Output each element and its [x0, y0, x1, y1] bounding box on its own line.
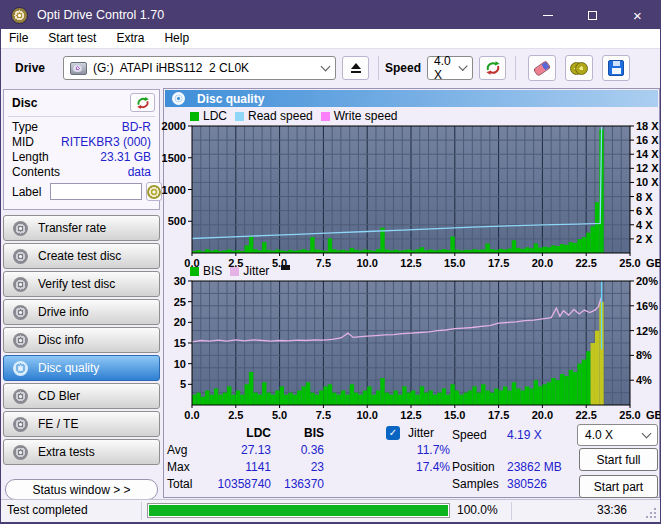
svg-text:2.5: 2.5	[228, 409, 243, 421]
menu-start-test[interactable]: Start test	[40, 30, 104, 47]
maximize-icon	[588, 11, 597, 20]
disc-panel-title: Disc	[12, 96, 37, 110]
sidebar-item-create-test-disc[interactable]: Create test disc	[3, 243, 160, 269]
bar-LDC	[542, 247, 546, 253]
svg-text:7.5: 7.5	[316, 257, 331, 269]
eject-icon	[350, 63, 362, 73]
svg-text:15.0: 15.0	[444, 257, 465, 269]
svg-text:25.0: 25.0	[619, 409, 640, 421]
status-text: Test completed	[7, 503, 88, 517]
disc-label-button[interactable]	[146, 182, 162, 201]
search-disc-button[interactable]	[565, 55, 593, 81]
close-button[interactable]: ×	[615, 1, 660, 29]
eraser-icon	[533, 60, 551, 77]
bar-BIS	[415, 395, 419, 405]
svg-text:18 X: 18 X	[636, 120, 659, 132]
menu-file[interactable]: File	[9, 30, 36, 47]
menu-help[interactable]: Help	[156, 30, 197, 47]
max-bis-value: 23	[272, 460, 324, 474]
refresh-button[interactable]	[479, 56, 506, 80]
sidebar-item-transfer-rate[interactable]: Transfer rate	[3, 215, 160, 241]
bar-BIS	[411, 391, 415, 405]
menu-extra[interactable]: Extra	[108, 30, 152, 47]
test-speed-select[interactable]: 4.0 X	[577, 424, 658, 446]
sidebar-item-fe-te[interactable]: FE / TE	[3, 411, 160, 437]
svg-text:10.0: 10.0	[356, 409, 377, 421]
svg-text:12.5: 12.5	[400, 257, 421, 269]
bar-BIS	[284, 395, 288, 405]
bar-BIS	[310, 393, 314, 405]
bar-BIS	[525, 386, 529, 405]
bar-BIS	[529, 388, 533, 405]
chart2-legend: BIS Jitter	[190, 265, 290, 277]
disc-icon	[172, 92, 185, 105]
sidebar-item-verify-test-disc[interactable]: Verify test disc	[3, 271, 160, 297]
disc-quality-panel: Disc quality LDC Read speed Write speed …	[163, 88, 660, 498]
chevron-down-icon	[321, 61, 331, 71]
bar-BIS	[446, 395, 450, 405]
disc-icon	[13, 277, 28, 292]
bar-BIS	[477, 393, 481, 405]
eject-button[interactable]	[342, 56, 369, 80]
erase-button[interactable]	[528, 55, 556, 81]
bar-BIS	[205, 391, 209, 405]
bar-LDC	[490, 249, 494, 253]
svg-text:6 X: 6 X	[636, 205, 653, 217]
svg-text:20: 20	[174, 316, 186, 328]
menu-bar: File Start test Extra Help	[1, 29, 660, 48]
bis-column-header: BIS	[272, 426, 324, 440]
ldc-column-header: LDC	[219, 426, 271, 440]
disc-label-input[interactable]	[50, 183, 142, 200]
bar-LDC	[573, 243, 577, 253]
disc-refresh-button[interactable]	[130, 93, 155, 112]
disc-contents-value[interactable]: data	[128, 165, 151, 180]
bar-BIS	[538, 386, 542, 405]
bar-LDC	[499, 249, 503, 253]
bar-BIS	[516, 388, 520, 405]
samples-stat-value: 380526	[507, 477, 547, 491]
save-button[interactable]	[602, 55, 630, 81]
minimize-button[interactable]	[525, 1, 570, 29]
drive-select[interactable]: (G:) ATAPI iHBS112 2 CL0K	[63, 56, 336, 80]
speed-select[interactable]: 4.0 X	[427, 56, 473, 80]
disc-mid-label: MID	[12, 135, 34, 150]
svg-text:10: 10	[174, 358, 186, 370]
sidebar-item-cd-bler[interactable]: CD Bler	[3, 383, 160, 409]
close-icon: ×	[633, 8, 642, 23]
status-window-button[interactable]: Status window > >	[5, 479, 158, 500]
bar-BIS	[472, 386, 476, 405]
resize-grip[interactable]	[654, 516, 656, 518]
bar-BIS	[223, 393, 227, 405]
app-disc-icon	[11, 7, 28, 24]
bar-BIS	[429, 391, 433, 405]
bar-LDC	[332, 249, 336, 253]
bar-BIS	[201, 397, 205, 405]
sidebar-item-disc-quality[interactable]: Disc quality	[3, 355, 160, 381]
samples-stat-label: Samples	[452, 477, 499, 491]
panel-header: Disc quality	[165, 90, 658, 107]
start-full-button[interactable]: Start full	[579, 448, 658, 471]
bar-BIS	[503, 386, 507, 405]
bar-LDC	[245, 245, 249, 253]
disc-type-label: Type	[12, 120, 38, 135]
bar-BIS	[385, 393, 389, 405]
svg-text:16 X: 16 X	[636, 134, 659, 146]
start-part-button[interactable]: Start part	[579, 475, 658, 498]
bar-LDC	[507, 249, 511, 253]
bar-LDC	[569, 242, 573, 253]
svg-text:20.0: 20.0	[532, 257, 553, 269]
bar-BIS	[485, 391, 489, 405]
bar-LDC	[350, 248, 354, 253]
bar-LDC	[556, 246, 560, 253]
bar-BIS	[402, 386, 406, 405]
avg-bis-value: 0.36	[272, 443, 324, 457]
sidebar-item-drive-info[interactable]: Drive info	[3, 299, 160, 325]
maximize-button[interactable]	[570, 1, 615, 29]
sidebar-item-extra-tests[interactable]: Extra tests	[3, 439, 160, 465]
svg-text:25.0: 25.0	[619, 257, 640, 269]
jitter-checkbox[interactable]: ✓	[386, 426, 400, 440]
avg-row-label: Avg	[167, 443, 187, 457]
bar-BIS	[266, 393, 270, 405]
bar-LDC	[582, 237, 586, 253]
sidebar-item-disc-info[interactable]: Disc info	[3, 327, 160, 353]
